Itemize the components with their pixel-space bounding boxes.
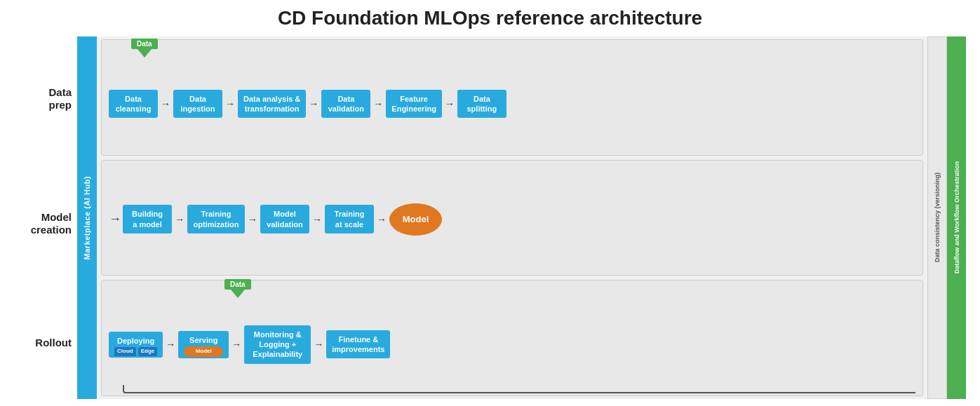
center-area: Marketplace (AI Hub) Data Datacleansing … [77, 36, 966, 399]
node-finetune: Finetune &improvements [326, 330, 390, 359]
down-arrow-rollout [231, 290, 245, 298]
badge-edge: Edge [138, 347, 158, 356]
rollout-data-label: Data [224, 279, 251, 290]
arrow-mc-1: → [175, 214, 184, 225]
marketplace-label: Marketplace (AI Hub) [83, 176, 91, 259]
down-arrow-data-prep [137, 49, 152, 57]
data-prep-row: Data Datacleansing → Dataingestion → Dat… [101, 39, 923, 156]
data-prep-inner: Datacleansing → Dataingestion → Data ana… [109, 46, 915, 149]
arrow-r-2: → [231, 339, 241, 350]
rollout-inner: Deploying Cloud Edge → Serving Model → [109, 286, 915, 390]
serving-model-badge: Model [184, 346, 223, 356]
rollout-label: Rollout [35, 337, 72, 349]
arrow-mc-2: → [248, 214, 257, 225]
node-monitoring: Monitoring &Logging +Explainability [244, 325, 311, 364]
model-creation-inner: → Buildinga model → Trainingoptimization… [109, 166, 915, 270]
node-training-at-scale: Trainingat scale [325, 205, 374, 234]
model-creation-row: → Buildinga model → Trainingoptimization… [101, 160, 923, 276]
right-strips: Data consistency (versioning) Dataflow a… [927, 36, 966, 399]
rows-area: Data Datacleansing → Dataingestion → Dat… [97, 36, 927, 399]
node-data-validation: Datavalidation [321, 90, 370, 119]
node-data-splitting: Datasplitting [457, 90, 506, 119]
badge-cloud: Cloud [114, 347, 136, 356]
node-training-optimization: Trainingoptimization [187, 205, 245, 234]
page-title: CD Foundation MLOps reference architectu… [278, 7, 702, 29]
marketplace-strip: Marketplace (AI Hub) [77, 36, 97, 399]
arrow-r-3: → [314, 339, 323, 350]
node-building-model: Buildinga model [123, 205, 172, 234]
node-data-cleansing: Datacleansing [109, 90, 158, 119]
rollout-arrow: Data [224, 279, 251, 298]
node-deploying: Deploying Cloud Edge [109, 332, 163, 358]
arrow-mc-3: → [312, 214, 322, 225]
data-prep-arrow: Data [131, 39, 158, 57]
model-creation-label: Modelcreation [31, 211, 72, 236]
node-serving: Serving Model [178, 331, 229, 358]
node-feature-engineering: FeatureEngineering [386, 90, 442, 119]
left-input-arrow: → [109, 212, 121, 226]
node-model-validation: Modelvalidation [260, 205, 309, 234]
data-prep-label: Dataprep [48, 86, 72, 111]
arrow-5: → [445, 98, 455, 109]
arrow-1: → [161, 98, 170, 109]
diagram-container: Dataprep Modelcreation Rollout Marketpla… [14, 36, 966, 399]
arrow-2: → [225, 98, 235, 109]
node-data-analysis: Data analysis &transformation [238, 90, 306, 119]
left-labels: Dataprep Modelcreation Rollout [14, 36, 77, 399]
arrow-3: → [309, 98, 318, 109]
data-consistency-label: Data consistency (versioning) [934, 172, 941, 262]
feedback-line [123, 385, 915, 393]
page: CD Foundation MLOps reference architectu… [0, 0, 980, 406]
arrow-4: → [373, 98, 383, 109]
dataflow-strip: Dataflow and Workflow Orchestration [947, 36, 966, 399]
data-prep-data-label: Data [131, 39, 158, 49]
node-model-ellipse: Model [389, 203, 442, 236]
deploying-badges: Cloud Edge [114, 347, 157, 356]
rollout-row: Data Deploying Cloud Edge → [101, 280, 923, 396]
arrow-r-1: → [166, 339, 175, 350]
arrow-mc-4: → [377, 214, 387, 225]
dataflow-label: Dataflow and Workflow Orchestration [953, 161, 960, 273]
data-consistency-strip: Data consistency (versioning) [927, 36, 947, 399]
node-data-ingestion: Dataingestion [173, 90, 222, 119]
